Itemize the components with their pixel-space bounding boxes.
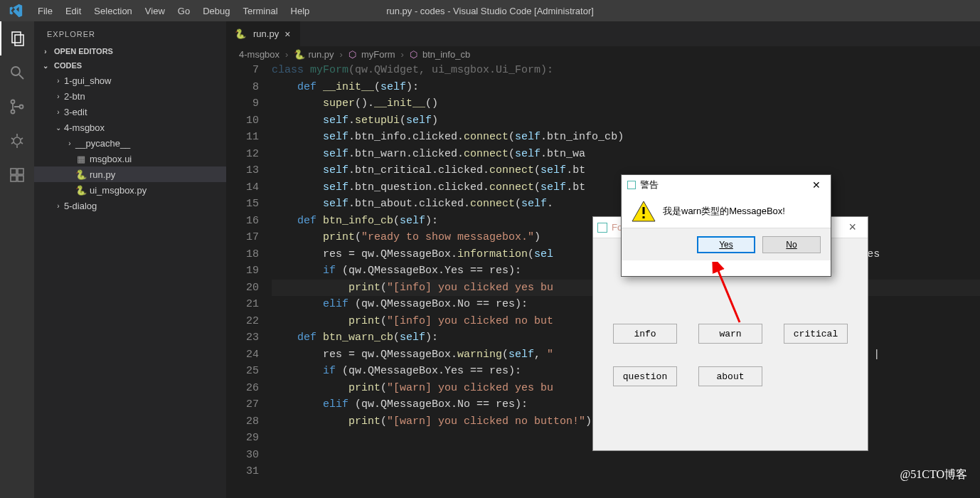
svg-rect-17: [18, 169, 23, 174]
watermark: @51CTO博客: [900, 467, 967, 482]
class-icon: ⬡: [348, 49, 358, 60]
app-icon: [597, 223, 607, 233]
tree-item[interactable]: 🐍run.py: [34, 166, 226, 182]
title-bar: File Edit Selection View Go Debug Termin…: [0, 0, 980, 21]
svg-line-10: [21, 138, 23, 139]
sidebar: EXPLORER ›OPEN EDITORS ⌄CODES ›1-gui_sho…: [34, 21, 226, 498]
critical-button[interactable]: critical: [784, 324, 848, 344]
svg-rect-0: [12, 32, 21, 43]
svg-rect-20: [643, 216, 645, 218]
close-icon[interactable]: ×: [841, 220, 863, 235]
tree-item[interactable]: ›2-btn: [34, 88, 226, 104]
svg-point-2: [11, 67, 20, 75]
vscode-logo-icon: [0, 3, 31, 18]
activity-bar: [0, 21, 34, 498]
no-button[interactable]: No: [762, 236, 821, 253]
svg-rect-14: [11, 169, 16, 174]
svg-point-7: [14, 137, 21, 144]
message-box: 警告 ✕ 我是warn类型的MessageBox! Yes No: [621, 174, 831, 277]
python-file-icon: 🐍: [235, 28, 246, 40]
tab-run-py[interactable]: 🐍 run.py ×: [226, 21, 301, 46]
svg-point-5: [11, 110, 15, 114]
window-title: run.py - codes - Visual Studio Code [Adm…: [386, 6, 594, 16]
file-tree: ›1-gui_show›2-btn›3-edit⌄4-msgbox›__pyca…: [34, 73, 226, 213]
msgbox-titlebar[interactable]: 警告 ✕: [622, 175, 831, 195]
svg-rect-19: [643, 207, 645, 214]
menu-help[interactable]: Help: [284, 6, 316, 16]
editor-tabs: 🐍 run.py ×: [226, 21, 980, 46]
tree-item[interactable]: ›5-dialog: [34, 198, 226, 213]
python-file-icon: 🐍: [294, 49, 305, 60]
tree-item[interactable]: ›1-gui_show: [34, 73, 226, 88]
app-icon: [627, 181, 636, 189]
tab-label: run.py: [253, 28, 279, 39]
tree-item[interactable]: ▦msgbox.ui: [34, 151, 226, 166]
debug-icon[interactable]: [0, 124, 34, 158]
python-file-icon: 🐍: [75, 184, 87, 196]
info-button[interactable]: info: [613, 324, 677, 344]
tree-item[interactable]: ›__pycache__: [34, 135, 226, 151]
about-button[interactable]: about: [698, 366, 762, 386]
warning-icon: [632, 201, 656, 222]
svg-line-12: [21, 142, 23, 144]
menu-go[interactable]: Go: [171, 6, 196, 16]
svg-point-6: [20, 105, 23, 109]
close-icon[interactable]: ×: [283, 28, 292, 40]
codes-root-section[interactable]: ⌄CODES: [34, 58, 226, 73]
extensions-icon[interactable]: [0, 158, 34, 192]
yes-button[interactable]: Yes: [697, 236, 755, 253]
menu-bar: File Edit Selection View Go Debug Termin…: [31, 6, 316, 16]
menu-debug[interactable]: Debug: [196, 6, 236, 16]
close-icon[interactable]: ✕: [808, 179, 825, 191]
svg-line-3: [19, 75, 23, 79]
menu-selection[interactable]: Selection: [87, 6, 138, 16]
svg-rect-1: [15, 35, 23, 46]
tree-item[interactable]: ›3-edit: [34, 104, 226, 120]
question-button[interactable]: question: [613, 366, 677, 386]
svg-line-11: [11, 142, 14, 144]
sidebar-title: EXPLORER: [34, 24, 226, 44]
tree-item[interactable]: 🐍ui_msgbox.py: [34, 182, 226, 198]
open-editors-section[interactable]: ›OPEN EDITORS: [34, 44, 226, 58]
svg-rect-16: [18, 176, 23, 181]
menu-terminal[interactable]: Terminal: [236, 6, 284, 16]
menu-view[interactable]: View: [139, 6, 171, 16]
search-icon[interactable]: [0, 55, 34, 90]
breadcrumbs[interactable]: 4-msgbox› 🐍run.py› ⬡myForm› ⬡btn_info_cb: [226, 46, 980, 62]
msgbox-title: 警告: [640, 179, 659, 191]
menu-file[interactable]: File: [31, 6, 59, 16]
svg-line-9: [11, 138, 14, 139]
method-icon: ⬡: [410, 49, 420, 60]
explorer-icon[interactable]: [0, 21, 34, 55]
warn-button[interactable]: warn: [698, 324, 762, 344]
msgbox-text: 我是warn类型的MessageBox!: [663, 205, 785, 218]
python-file-icon: 🐍: [75, 169, 87, 180]
svg-rect-15: [11, 176, 16, 181]
source-control-icon[interactable]: [0, 90, 34, 124]
ui-file-icon: ▦: [75, 153, 87, 164]
tree-item[interactable]: ⌄4-msgbox: [34, 120, 226, 135]
menu-edit[interactable]: Edit: [59, 6, 87, 16]
svg-point-4: [11, 100, 15, 104]
